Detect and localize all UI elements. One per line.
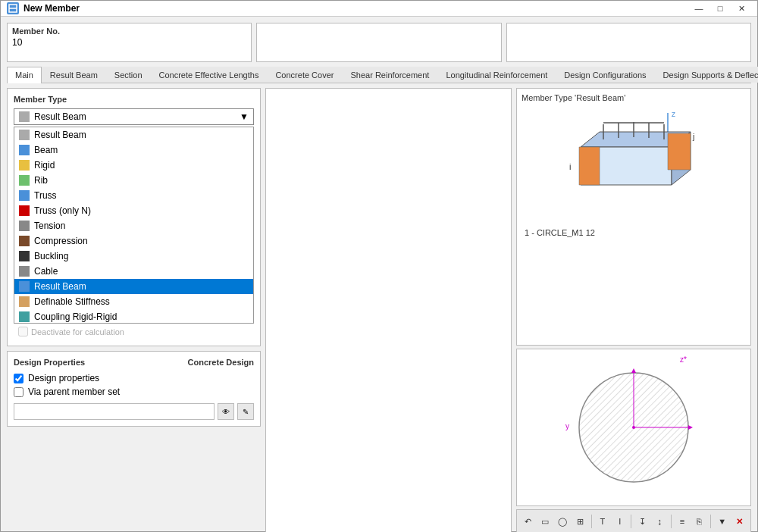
design-props-subtitle: Concrete Design: [188, 358, 254, 367]
member-no-label: Member No.: [12, 27, 246, 36]
rt-move-btn[interactable]: ↧: [634, 512, 650, 530]
design-properties-check-row: Design properties: [14, 373, 254, 383]
list-item[interactable]: Coupling Rigid-Rigid: [14, 309, 253, 324]
design-properties-section: Design Properties Concrete Design Design…: [7, 351, 261, 427]
list-item[interactable]: Rigid: [14, 158, 253, 173]
rt-separator1: [591, 515, 592, 528]
dropdown-list: Result Beam Beam Rigid Rib: [14, 127, 254, 324]
design-properties-check-label: Design properties: [28, 373, 99, 383]
design-action-button[interactable]: ✎: [237, 403, 254, 420]
design-browse-button[interactable]: 👁: [218, 403, 234, 420]
maximize-button[interactable]: □: [710, 1, 730, 16]
design-props-title: Design Properties: [14, 358, 85, 367]
tab-shear-reinforcement[interactable]: Shear Reinforcement: [342, 67, 437, 83]
svg-marker-25: [688, 425, 693, 430]
list-item-result-beam-selected[interactable]: Result Beam: [14, 279, 253, 294]
window-controls: ― □ ✕: [689, 1, 751, 16]
svg-point-26: [632, 426, 635, 429]
rt-grid-btn[interactable]: ⊞: [572, 512, 588, 530]
list-item[interactable]: Truss: [14, 188, 253, 203]
list-item[interactable]: Buckling: [14, 249, 253, 264]
via-parent-checkbox[interactable]: [14, 387, 23, 397]
tab-concrete-effective-lengths[interactable]: Concrete Effective Lengths: [151, 67, 268, 83]
list-item[interactable]: Truss (only N): [14, 203, 253, 218]
right-panel: Member Type 'Result Beam' z y: [516, 88, 751, 532]
rt-close-btn[interactable]: ✕: [731, 512, 747, 530]
rt-separator2: [631, 515, 631, 528]
rt-separator4: [710, 515, 711, 528]
list-item[interactable]: Cable: [14, 264, 253, 279]
list-item[interactable]: Beam: [14, 142, 253, 158]
tab-section[interactable]: Section: [106, 67, 151, 83]
result-beam-title: Member Type 'Result Beam': [522, 93, 746, 102]
rt-t-btn[interactable]: T: [594, 512, 610, 530]
rt-circle-btn[interactable]: ◯: [555, 512, 571, 530]
member-type-section: Member Type Result Beam ▼ Result B: [7, 88, 261, 346]
deactivate-checkbox[interactable]: [18, 327, 28, 336]
design-input-row: 👁 ✎: [14, 403, 254, 420]
selected-label: Result Beam: [34, 111, 86, 122]
tab-design-supports-deflection[interactable]: Design Supports & Deflection: [655, 67, 758, 83]
tab-longitudinal-reinforcement[interactable]: Longitudinal Reinforcement: [437, 67, 556, 83]
list-item[interactable]: Result Beam: [14, 127, 253, 142]
section-label: 1 - CIRCLE_M1 12: [522, 227, 746, 239]
rt-scale-btn[interactable]: ↨: [652, 512, 668, 530]
member-type-dropdown[interactable]: Result Beam ▼: [14, 108, 254, 125]
svg-marker-10: [579, 147, 600, 185]
circle-section: z* y: [516, 349, 751, 506]
main-window: New Member ― □ ✕ Member No. 10 Main Resu…: [0, 0, 758, 532]
rt-i-btn[interactable]: I: [612, 512, 628, 530]
title-bar: New Member ― □ ✕: [1, 1, 757, 17]
via-parent-check-label: Via parent member set: [28, 386, 120, 397]
rt-dropdown-btn[interactable]: ▼: [714, 512, 730, 530]
member-no-field: Member No. 10: [7, 23, 252, 62]
left-panel: Member Type Result Beam ▼ Result B: [7, 88, 261, 532]
field3: [506, 23, 751, 62]
rt-print-btn[interactable]: ⎘: [691, 512, 707, 530]
svg-marker-9: [668, 133, 691, 170]
design-props-header: Design Properties Concrete Design: [14, 358, 254, 367]
list-item[interactable]: Rib: [14, 173, 253, 188]
rt-grid2-btn[interactable]: ≡: [675, 512, 691, 530]
field2: [256, 23, 501, 62]
right-top-panel: Member Type 'Result Beam' z y: [516, 88, 751, 346]
tab-concrete-cover[interactable]: Concrete Cover: [267, 67, 342, 83]
svg-text:j: j: [692, 132, 694, 141]
middle-panel: [265, 88, 512, 532]
rt-separator3: [671, 515, 672, 528]
beam-3d-view: z y: [522, 105, 746, 227]
rt-rect-btn[interactable]: ▭: [537, 512, 553, 530]
right-toolbar: ↶ ▭ ◯ ⊞ T I ↧ ↨ ≡ ⎘ ▼ ✕: [516, 509, 751, 532]
deactivate-row: Deactivate for calculation: [14, 324, 254, 340]
tab-result-beam[interactable]: Result Beam: [42, 67, 106, 83]
list-item[interactable]: Tension: [14, 218, 253, 233]
list-item[interactable]: Definable Stiffness: [14, 294, 253, 309]
via-parent-check-row: Via parent member set: [14, 386, 254, 397]
design-text-input[interactable]: [14, 403, 215, 420]
rt-select-btn[interactable]: ↶: [520, 512, 536, 530]
list-item[interactable]: Compression: [14, 233, 253, 249]
window-title: New Member: [23, 3, 684, 14]
beam-svg: z y: [550, 109, 717, 223]
content-area: Member No. 10 Main Result Beam Section C…: [1, 17, 757, 532]
design-properties-checkbox[interactable]: [14, 374, 23, 383]
svg-text:z: z: [672, 110, 675, 118]
tab-bar: Main Result Beam Section Concrete Effect…: [7, 67, 751, 83]
svg-marker-23: [631, 368, 636, 373]
minimize-button[interactable]: ―: [689, 1, 709, 16]
svg-text:i: i: [569, 162, 571, 171]
member-no-value: 10: [12, 37, 246, 48]
app-icon: [7, 2, 19, 14]
tab-main[interactable]: Main: [7, 67, 42, 83]
z-axis-label: z*: [680, 355, 687, 364]
y-axis-label: y: [565, 422, 569, 430]
selected-color-box: [19, 111, 30, 122]
circle-svg: [573, 367, 694, 488]
tabs-container: Main Result Beam Section Concrete Effect…: [7, 67, 751, 83]
close-button[interactable]: ✕: [731, 1, 751, 16]
tab-design-configurations[interactable]: Design Configurations: [556, 67, 654, 83]
deactivate-label: Deactivate for calculation: [31, 327, 124, 336]
member-type-title: Member Type: [14, 95, 254, 104]
main-content: Member Type Result Beam ▼ Result B: [7, 88, 751, 532]
top-fields: Member No. 10: [7, 23, 751, 62]
